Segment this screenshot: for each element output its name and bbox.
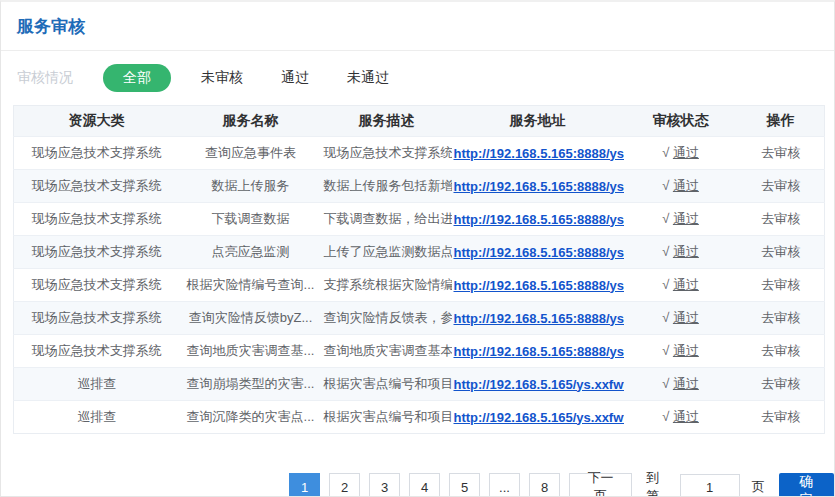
cell-audit-status: √ 通过 — [624, 335, 738, 368]
go-audit-link[interactable]: 去审核 — [761, 211, 800, 226]
cell-service-url: http://192.168.5.165:8888/ys.yjz... — [452, 236, 624, 269]
page-button-3[interactable]: 3 — [369, 473, 400, 497]
table-row: 现场应急技术支撑系统数据上传服务数据上传服务包括新增应...http://192… — [14, 170, 825, 203]
cell-category: 现场应急技术支撑系统 — [14, 137, 180, 170]
cell-audit-status: √ 通过 — [624, 137, 738, 170]
cell-service-name: 查询沉降类的灾害点... — [180, 401, 322, 434]
cell-service-name: 点亮应急监测 — [180, 236, 322, 269]
goto-page-input[interactable] — [680, 474, 740, 497]
status-pass-link[interactable]: 通过 — [673, 376, 699, 391]
status-pass-link[interactable]: 通过 — [673, 277, 699, 292]
cell-service-url: http://192.168.5.165/ys.xxfwfb/s... — [452, 401, 624, 434]
cell-category: 现场应急技术支撑系统 — [14, 170, 180, 203]
page-button-8[interactable]: 8 — [529, 473, 560, 497]
service-url-link[interactable]: http://192.168.5.165:8888/ys.yjz... — [454, 344, 624, 359]
go-audit-link[interactable]: 去审核 — [761, 277, 800, 292]
cell-category: 巡排查 — [14, 401, 180, 434]
service-url-link[interactable]: http://192.168.5.165:8888/ys.yjz... — [454, 278, 624, 293]
cell-action: 去审核 — [738, 335, 825, 368]
status-pass-link[interactable]: 通过 — [673, 178, 699, 193]
go-audit-link[interactable]: 去审核 — [761, 145, 800, 160]
cell-action: 去审核 — [738, 302, 825, 335]
go-audit-link[interactable]: 去审核 — [761, 376, 800, 391]
table-row: 巡排查查询沉降类的灾害点...根据灾害点编号和项目类...http://192.… — [14, 401, 825, 434]
cell-service-description: 上传了应急监测数据点亮... — [322, 236, 452, 269]
filter-option-1[interactable]: 未审核 — [201, 64, 243, 92]
go-audit-link[interactable]: 去审核 — [761, 244, 800, 259]
column-header-0: 资源大类 — [14, 106, 180, 137]
table-row: 巡排查查询崩塌类型的灾害...根据灾害点编号和项目类...http://192.… — [14, 368, 825, 401]
cell-action: 去审核 — [738, 368, 825, 401]
cell-category: 现场应急技术支撑系统 — [14, 335, 180, 368]
service-url-link[interactable]: http://192.168.5.165:8888/ys.yjz... — [454, 179, 624, 194]
status-pass-link[interactable]: 通过 — [673, 310, 699, 325]
status-pass-link[interactable]: 通过 — [673, 244, 699, 259]
status-pass-link[interactable]: 通过 — [673, 211, 699, 226]
table-row: 现场应急技术支撑系统查询应急事件表现场应急技术支撑系统相...http://19… — [14, 137, 825, 170]
table-header-row: 资源大类服务名称服务描述服务地址审核状态操作 — [14, 106, 825, 137]
table-row: 现场应急技术支撑系统查询地质灾害调查基...查询地质灾害调查基本信...http… — [14, 335, 825, 368]
cell-audit-status: √ 通过 — [624, 368, 738, 401]
service-url-link[interactable]: http://192.168.5.165:8888/ys.yjz... — [454, 146, 624, 161]
column-header-3: 服务地址 — [452, 106, 624, 137]
cell-service-description: 现场应急技术支撑系统相... — [322, 137, 452, 170]
cell-service-url: http://192.168.5.165:8888/ys.yjz... — [452, 335, 624, 368]
check-icon: √ — [662, 244, 673, 259]
service-audit-panel: 服务审核 审核情况 全部未审核通过未通过 资源大类服务名称服务描述服务地址审核状… — [0, 0, 835, 497]
page-ellipsis: ... — [489, 473, 520, 497]
service-url-link[interactable]: http://192.168.5.165/ys.xxfwfb/s... — [454, 410, 624, 425]
cell-service-url: http://192.168.5.165/ys.xxfwfb/s... — [452, 368, 624, 401]
cell-audit-status: √ 通过 — [624, 236, 738, 269]
service-url-link[interactable]: http://192.168.5.165:8888/ys.yjz... — [454, 212, 624, 227]
go-audit-link[interactable]: 去审核 — [761, 178, 800, 193]
check-icon: √ — [662, 343, 673, 358]
check-icon: √ — [662, 310, 673, 325]
goto-page-suffix-label: 页 — [752, 478, 765, 496]
page-button-5[interactable]: 5 — [449, 473, 480, 497]
cell-service-description: 根据灾害点编号和项目类... — [322, 368, 452, 401]
cell-service-name: 查询应急事件表 — [180, 137, 322, 170]
confirm-button[interactable]: 确定 — [779, 473, 834, 497]
cell-action: 去审核 — [738, 269, 825, 302]
cell-category: 巡排查 — [14, 368, 180, 401]
service-url-link[interactable]: http://192.168.5.165/ys.xxfwfb/s... — [454, 377, 624, 392]
cell-action: 去审核 — [738, 236, 825, 269]
column-header-4: 审核状态 — [624, 106, 738, 137]
cell-category: 现场应急技术支撑系统 — [14, 269, 180, 302]
table-row: 现场应急技术支撑系统下载调查数据下载调查数据，给出进度...http://192… — [14, 203, 825, 236]
filter-bar: 审核情况 全部未审核通过未通过 — [1, 51, 834, 105]
page-button-1[interactable]: 1 — [289, 473, 320, 497]
cell-service-name: 下载调查数据 — [180, 203, 322, 236]
table-row: 现场应急技术支撑系统点亮应急监测上传了应急监测数据点亮...http://192… — [14, 236, 825, 269]
check-icon: √ — [662, 178, 673, 193]
status-pass-link[interactable]: 通过 — [673, 145, 699, 160]
page-button-4[interactable]: 4 — [409, 473, 440, 497]
filter-option-2[interactable]: 通过 — [281, 64, 309, 92]
cell-action: 去审核 — [738, 170, 825, 203]
status-pass-link[interactable]: 通过 — [673, 409, 699, 424]
cell-service-name: 根据灾险情编号查询... — [180, 269, 322, 302]
cell-service-description: 下载调查数据，给出进度... — [322, 203, 452, 236]
go-audit-link[interactable]: 去审核 — [761, 343, 800, 358]
filter-label: 审核情况 — [17, 69, 73, 87]
title-bar: 服务审核 — [1, 2, 834, 51]
service-url-link[interactable]: http://192.168.5.165:8888/ys.yjz... — [454, 311, 624, 326]
cell-service-url: http://192.168.5.165:8888/ys.yjz... — [452, 203, 624, 236]
filter-option-0[interactable]: 全部 — [103, 64, 171, 92]
check-icon: √ — [662, 211, 673, 226]
go-audit-link[interactable]: 去审核 — [761, 409, 800, 424]
filter-option-3[interactable]: 未通过 — [347, 64, 389, 92]
cell-service-name: 查询崩塌类型的灾害... — [180, 368, 322, 401]
status-pass-link[interactable]: 通过 — [673, 343, 699, 358]
service-url-link[interactable]: http://192.168.5.165:8888/ys.yjz... — [454, 245, 624, 260]
cell-action: 去审核 — [738, 401, 825, 434]
table-row: 现场应急技术支撑系统查询灾险情反馈byZ...查询灾险情反馈表，参数...htt… — [14, 302, 825, 335]
next-page-button[interactable]: 下一页 — [569, 473, 632, 497]
page-button-2[interactable]: 2 — [329, 473, 360, 497]
column-header-1: 服务名称 — [180, 106, 322, 137]
go-audit-link[interactable]: 去审核 — [761, 310, 800, 325]
cell-service-description: 查询灾险情反馈表，参数... — [322, 302, 452, 335]
cell-category: 现场应急技术支撑系统 — [14, 302, 180, 335]
audit-table: 资源大类服务名称服务描述服务地址审核状态操作 现场应急技术支撑系统查询应急事件表… — [13, 105, 825, 434]
page-title: 服务审核 — [17, 17, 85, 36]
